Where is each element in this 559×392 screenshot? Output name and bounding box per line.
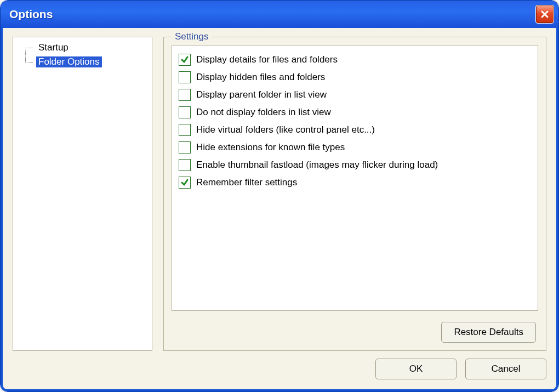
checkbox[interactable]	[179, 106, 191, 118]
check-icon	[180, 55, 189, 64]
checkbox[interactable]	[179, 159, 191, 171]
body-row: StartupFolder Options Settings Display d…	[13, 37, 546, 351]
setting-label: Display hidden files and folders	[196, 72, 325, 83]
setting-row[interactable]: Remember filter settings	[179, 174, 531, 191]
checkbox[interactable]	[179, 54, 191, 66]
checkbox[interactable]	[179, 124, 191, 136]
settings-group: Settings Display details for files and f…	[163, 37, 546, 351]
setting-label: Do not display folders in list view	[196, 107, 331, 118]
restore-defaults-button[interactable]: Restore Defaults	[441, 322, 536, 343]
setting-row[interactable]: Hide virtual folders (like control panel…	[179, 121, 531, 139]
close-button[interactable]	[535, 5, 554, 24]
setting-label: Display details for files and folders	[196, 54, 338, 65]
titlebar[interactable]: Options	[1, 1, 558, 29]
tree-item-label: Folder Options	[36, 56, 102, 67]
check-icon	[180, 178, 189, 187]
ok-button[interactable]: OK	[375, 359, 457, 379]
setting-label: Hide virtual folders (like control panel…	[196, 124, 375, 135]
checkbox[interactable]	[179, 141, 191, 154]
settings-legend: Settings	[172, 31, 212, 42]
window-title: Options	[9, 8, 535, 21]
tree-item[interactable]: Startup	[15, 41, 150, 55]
checkbox[interactable]	[179, 177, 191, 189]
close-icon	[540, 10, 549, 19]
setting-row[interactable]: Hide extensions for known file types	[179, 139, 531, 156]
tree-connector	[15, 41, 36, 55]
settings-list: Display details for files and foldersDis…	[172, 45, 538, 311]
setting-label: Enable thumbnail fastload (images may fl…	[196, 160, 438, 171]
nav-tree[interactable]: StartupFolder Options	[13, 37, 152, 351]
setting-label: Remember filter settings	[196, 177, 297, 188]
setting-row[interactable]: Display hidden files and folders	[179, 69, 531, 86]
setting-row[interactable]: Display details for files and folders	[179, 51, 531, 69]
tree-item-label: Startup	[36, 42, 71, 53]
checkbox[interactable]	[179, 71, 191, 83]
checkbox[interactable]	[179, 89, 191, 101]
footer: OK Cancel	[13, 359, 546, 379]
tree-item[interactable]: Folder Options	[15, 55, 150, 69]
setting-label: Hide extensions for known file types	[196, 142, 345, 153]
options-window: Options StartupFolder Options Settings D…	[0, 0, 559, 392]
cancel-button[interactable]: Cancel	[465, 359, 546, 379]
setting-label: Display parent folder in list view	[196, 89, 327, 100]
setting-row[interactable]: Display parent folder in list view	[179, 86, 531, 104]
setting-row[interactable]: Do not display folders in list view	[179, 104, 531, 121]
tree-connector	[15, 55, 36, 69]
setting-row[interactable]: Enable thumbnail fastload (images may fl…	[179, 156, 531, 174]
client-area: StartupFolder Options Settings Display d…	[1, 28, 558, 391]
restore-wrap: Restore Defaults	[441, 322, 536, 343]
